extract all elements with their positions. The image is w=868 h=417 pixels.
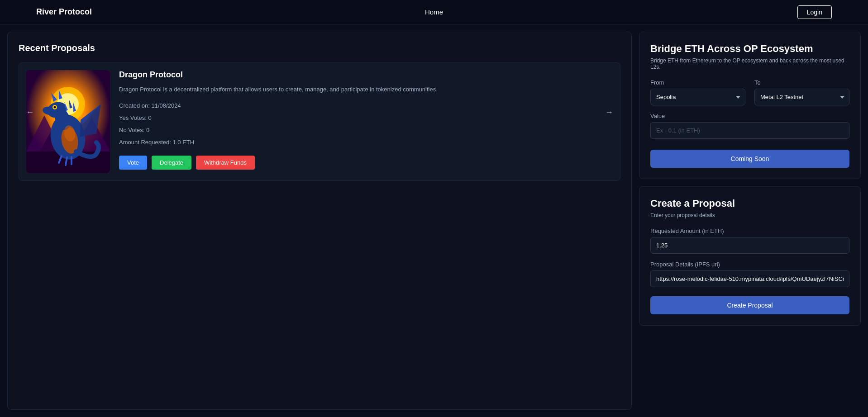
bridge-to-select[interactable]: Metal L2 Testnet Sepolia Ethereum bbox=[754, 89, 849, 105]
proposal-title: Dragon Protocol bbox=[119, 70, 613, 80]
vote-button[interactable]: Vote bbox=[119, 156, 147, 170]
main-container: Recent Proposals bbox=[0, 24, 868, 417]
nav-home-link[interactable]: Home bbox=[425, 8, 443, 16]
proposal-content: Dragon Protocol Dragon Protocol is a dec… bbox=[119, 70, 613, 173]
nav-arrow-left[interactable]: ← bbox=[26, 107, 34, 117]
recent-proposals-title: Recent Proposals bbox=[19, 43, 620, 53]
proposal-no-votes: No Votes: 0 bbox=[119, 127, 613, 133]
amount-group: Requested Amount (in ETH) bbox=[650, 227, 849, 254]
login-button[interactable]: Login bbox=[797, 5, 832, 19]
proposal-image bbox=[26, 70, 110, 173]
proposal-card: Dragon Protocol Dragon Protocol is a dec… bbox=[19, 62, 620, 181]
bridge-value-input[interactable] bbox=[650, 122, 849, 139]
proposal-created-on: Created on: 11/08/2024 bbox=[119, 102, 613, 109]
amount-label: Requested Amount (in ETH) bbox=[650, 227, 849, 234]
svg-point-13 bbox=[54, 106, 56, 109]
create-proposal-subtitle: Enter your proposal details bbox=[650, 212, 849, 218]
bridge-value-group: Value bbox=[650, 113, 849, 139]
coming-soon-button[interactable]: Coming Soon bbox=[650, 150, 849, 168]
bridge-from-select[interactable]: Sepolia Ethereum Optimism bbox=[650, 89, 745, 105]
delegate-button[interactable]: Delegate bbox=[152, 156, 191, 170]
proposal-yes-votes: Yes Votes: 0 bbox=[119, 114, 613, 121]
left-panel: Recent Proposals bbox=[7, 32, 632, 410]
nav-links: Home bbox=[425, 8, 443, 16]
details-group: Proposal Details (IPFS url) bbox=[650, 261, 849, 287]
navbar: River Protocol Home Login bbox=[0, 0, 868, 24]
proposal-description: Dragon Protocol is a decentralized platf… bbox=[119, 85, 613, 94]
bridge-card: Bridge ETH Across OP Ecosystem Bridge ET… bbox=[639, 32, 861, 179]
amount-input[interactable] bbox=[650, 237, 849, 254]
bridge-to-label: To bbox=[754, 79, 849, 86]
bridge-from-field: From Sepolia Ethereum Optimism bbox=[650, 79, 745, 105]
brand-logo: River Protocol bbox=[36, 7, 92, 17]
bridge-value-label: Value bbox=[650, 113, 849, 119]
details-input[interactable] bbox=[650, 270, 849, 287]
nav-arrow-right[interactable]: → bbox=[605, 107, 613, 117]
details-label: Proposal Details (IPFS url) bbox=[650, 261, 849, 268]
left-panel-inner: Recent Proposals bbox=[19, 43, 620, 181]
bridge-title: Bridge ETH Across OP Ecosystem bbox=[650, 43, 849, 55]
dragon-illustration bbox=[26, 70, 110, 173]
create-proposal-button[interactable]: Create Proposal bbox=[650, 296, 849, 314]
proposal-amount-requested: Amount Requested: 1.0 ETH bbox=[119, 139, 613, 146]
proposal-actions: Vote Delegate Withdraw Funds bbox=[119, 156, 613, 170]
bridge-from-to-row: From Sepolia Ethereum Optimism To Metal … bbox=[650, 79, 849, 105]
create-proposal-title: Create a Proposal bbox=[650, 198, 849, 209]
withdraw-funds-button[interactable]: Withdraw Funds bbox=[196, 156, 255, 170]
bridge-subtitle: Bridge ETH from Ethereum to the OP ecosy… bbox=[650, 57, 849, 70]
create-proposal-card: Create a Proposal Enter your proposal de… bbox=[639, 186, 861, 326]
bridge-from-label: From bbox=[650, 79, 745, 86]
bridge-to-field: To Metal L2 Testnet Sepolia Ethereum bbox=[754, 79, 849, 105]
right-panel: Bridge ETH Across OP Ecosystem Bridge ET… bbox=[639, 32, 861, 410]
